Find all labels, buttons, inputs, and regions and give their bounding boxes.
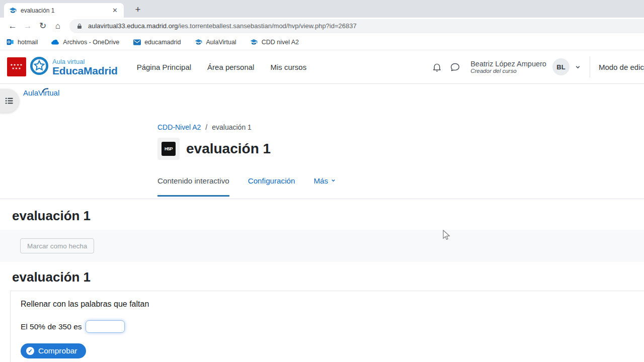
graduation-cap-favicon xyxy=(9,7,17,15)
messages-chat-icon[interactable] xyxy=(450,62,460,72)
chevron-down-icon xyxy=(331,176,336,184)
madrid-flag-logo[interactable]: ★★★★ ★★★ xyxy=(7,57,26,76)
list-icon xyxy=(5,96,14,106)
bookmark-label: hotmail xyxy=(18,39,38,46)
breadcrumb: CDD-Nivel A2/evaluación 1 xyxy=(157,123,510,131)
user-name: Beatriz López Ampuero xyxy=(470,60,546,68)
question-row: El 50% de 350 es xyxy=(21,320,644,333)
task-description: Rellenar con las palabras que faltan xyxy=(21,300,644,309)
browser-tab-strip: evaluación 1 ✕ + xyxy=(0,0,644,18)
page-title: evaluación 1 xyxy=(186,141,271,157)
bookmark-hotmail[interactable]: hotmail xyxy=(6,38,38,46)
breadcrumb-course-link[interactable]: CDD-Nivel A2 xyxy=(157,123,201,131)
notifications-bell-icon[interactable] xyxy=(432,62,442,72)
browser-tab[interactable]: evaluación 1 ✕ xyxy=(4,3,124,18)
nav-mis-cursos[interactable]: Mis cursos xyxy=(270,63,306,71)
logo-title: EducaMadrid xyxy=(52,65,118,76)
logo-subtitle: Aula virtual xyxy=(52,58,118,65)
activity-header: CDD-Nivel A2/evaluación 1 H5P evaluación… xyxy=(157,123,510,197)
back-icon[interactable]: ← xyxy=(5,21,20,31)
check-button-label: Comprobar xyxy=(38,346,77,355)
new-tab-button[interactable]: + xyxy=(131,3,145,17)
bookmark-label: Archivos - OneDrive xyxy=(63,39,119,46)
site-header: ★★★★ ★★★ Aula virtual EducaMadrid Página… xyxy=(0,50,644,84)
nav-pagina-principal[interactable]: Página Principal xyxy=(137,63,191,71)
user-role: Creador del curso xyxy=(470,68,546,74)
address-bar[interactable]: aulavirtual33.educa.madrid.org/ies.torre… xyxy=(69,19,644,33)
bookmarks-bar: hotmail Archivos - OneDrive educamadrid … xyxy=(0,34,644,50)
bookmark-onedrive[interactable]: Archivos - OneDrive xyxy=(51,38,119,46)
chevron-down-icon[interactable] xyxy=(575,64,581,70)
question-text: El 50% de 350 es xyxy=(21,322,82,331)
user-menu[interactable]: Beatriz López Ampuero Creador del curso xyxy=(470,60,546,74)
educamadrid-star-logo[interactable] xyxy=(30,56,49,77)
breadcrumb-current: evaluación 1 xyxy=(212,123,252,131)
mouse-cursor xyxy=(441,230,451,243)
tabs-bottom-rule xyxy=(0,199,644,199)
bookmark-label: AulaVirtual xyxy=(206,39,236,46)
bookmark-label: CDD nivel A2 xyxy=(262,39,299,46)
course-index-drawer-toggle[interactable] xyxy=(0,89,19,113)
tab-configuracion[interactable]: Configuración xyxy=(248,176,295,197)
h5p-activity-icon: H5P xyxy=(157,138,180,160)
bookmark-educamadrid[interactable]: educamadrid xyxy=(133,38,181,46)
edit-mode-label: Modo de edición xyxy=(599,63,644,71)
secondary-aulavirtual-link[interactable]: AulaVirtual xyxy=(23,88,59,97)
check-button[interactable]: ✓ Comprobar xyxy=(21,343,86,358)
section-heading: evaluación 1 xyxy=(12,208,91,224)
tab-mas-label: Más xyxy=(313,176,328,185)
primary-nav: Página Principal Área personal Mis curso… xyxy=(137,63,307,71)
mark-as-done-button[interactable]: Marcar como hecha xyxy=(20,238,94,253)
h5p-logo: H5P xyxy=(162,142,176,156)
h5p-content-frame: Rellenar con las palabras que faltan El … xyxy=(10,291,644,362)
graduation-cap-icon xyxy=(250,38,258,46)
bookmark-aulavirtual[interactable]: AulaVirtual xyxy=(194,38,236,46)
tab-mas[interactable]: Más xyxy=(313,176,336,197)
forward-icon[interactable]: → xyxy=(20,21,35,31)
browser-toolbar: ← → ↻ ⌂ aulavirtual33.educa.madrid.org/i… xyxy=(0,18,644,34)
breadcrumb-separator: / xyxy=(205,123,207,131)
tab-contenido-interactivo[interactable]: Contenido interactivo xyxy=(157,176,229,197)
partial-cap-icon xyxy=(42,86,49,95)
avatar[interactable]: BL xyxy=(552,58,570,75)
nav-area-personal[interactable]: Área personal xyxy=(207,63,254,71)
graduation-cap-icon xyxy=(194,38,202,46)
content-heading: evaluación 1 xyxy=(12,269,91,285)
lock-icon[interactable] xyxy=(75,22,84,30)
answer-input[interactable] xyxy=(86,320,125,333)
close-tab-icon[interactable]: ✕ xyxy=(111,7,119,14)
site-logo-text[interactable]: Aula virtual EducaMadrid xyxy=(52,58,118,76)
outlook-icon xyxy=(6,38,14,46)
header-divider xyxy=(590,56,590,77)
url-host: aulavirtual33.educa.madrid.org xyxy=(88,22,178,30)
bookmark-label: educamadrid xyxy=(144,39,181,46)
completion-band: Marcar como hecha xyxy=(0,230,644,262)
url-path: /ies.torrenteballest.sansebastian/mod/hv… xyxy=(178,22,357,30)
home-icon[interactable]: ⌂ xyxy=(50,21,65,31)
reload-icon[interactable]: ↻ xyxy=(35,21,50,31)
header-right: Beatriz López Ampuero Creador del curso … xyxy=(432,56,644,77)
bookmark-cdd-nivel-a2[interactable]: CDD nivel A2 xyxy=(250,38,299,46)
tab-title: evaluación 1 xyxy=(21,7,111,14)
activity-title-row: H5P evaluación 1 xyxy=(157,138,510,160)
check-circle-icon: ✓ xyxy=(26,347,34,355)
onedrive-icon xyxy=(51,38,59,46)
mail-icon xyxy=(133,38,141,46)
url-text: aulavirtual33.educa.madrid.org/ies.torre… xyxy=(88,22,357,30)
activity-tabs: Contenido interactivo Configuración Más xyxy=(157,176,510,197)
flag-stars-row: ★★★★ xyxy=(10,63,23,67)
flag-stars-row: ★★★ xyxy=(12,67,21,70)
